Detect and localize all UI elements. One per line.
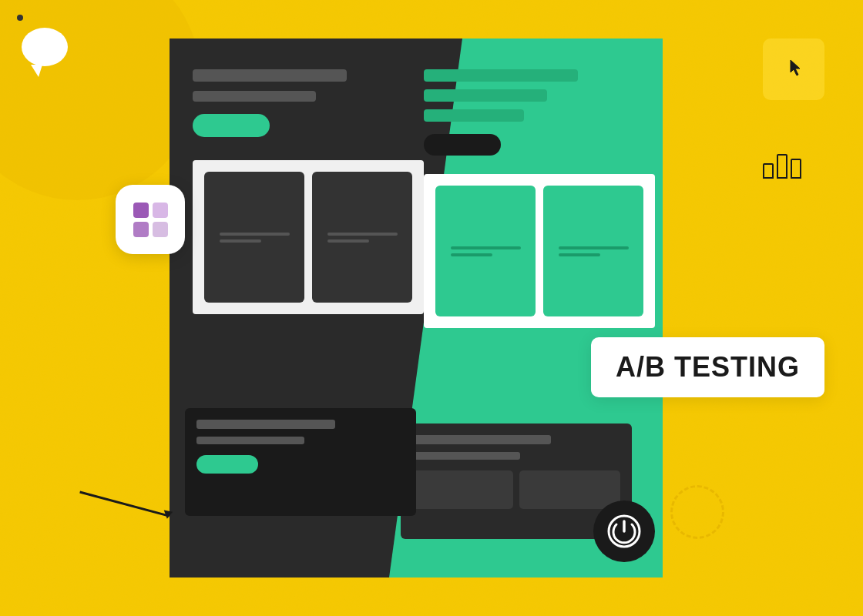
green-stripe-2 bbox=[424, 89, 547, 102]
card-grid-a bbox=[193, 160, 424, 314]
bar-chart-icon bbox=[763, 154, 801, 179]
card-a-1 bbox=[204, 172, 304, 303]
grid-cell-2 bbox=[519, 470, 620, 509]
header-bar-2 bbox=[193, 91, 316, 102]
bottom-block-a bbox=[170, 408, 432, 516]
card-lines-a1 bbox=[220, 233, 290, 243]
card-b-2 bbox=[543, 186, 643, 316]
card-line bbox=[451, 253, 493, 256]
green-stripe-1 bbox=[424, 69, 578, 82]
card-line bbox=[559, 253, 601, 256]
click-icon-container bbox=[763, 38, 824, 100]
green-stripe-3 bbox=[424, 109, 524, 122]
card-line bbox=[220, 239, 262, 243]
content-bar-1 bbox=[196, 420, 335, 429]
power-circle-icon bbox=[606, 514, 642, 549]
card-line bbox=[327, 239, 370, 243]
power-brand-icon bbox=[593, 500, 655, 562]
dark-oval-badge bbox=[424, 134, 501, 156]
content-bar-b-1 bbox=[412, 435, 551, 444]
card-grid-b bbox=[424, 174, 655, 328]
svg-rect-0 bbox=[133, 203, 149, 218]
cursor-click-icon bbox=[777, 52, 811, 86]
svg-rect-3 bbox=[153, 222, 168, 237]
card-lines-b2 bbox=[559, 246, 629, 256]
purple-app-icon bbox=[116, 185, 185, 254]
panel-a-content bbox=[170, 38, 432, 345]
chart-bar-3 bbox=[791, 159, 801, 179]
cta-button-a bbox=[193, 114, 270, 137]
card-line bbox=[559, 246, 629, 249]
speech-bubble-dot bbox=[17, 15, 23, 21]
ab-testing-label: A/B TESTING bbox=[591, 337, 824, 397]
card-a-2 bbox=[312, 172, 412, 303]
card-line bbox=[327, 233, 398, 236]
card-b-1 bbox=[435, 186, 536, 316]
card-line bbox=[220, 233, 290, 236]
card-lines-a2 bbox=[327, 233, 398, 243]
header-bar-1 bbox=[193, 69, 347, 82]
card-line bbox=[451, 246, 521, 249]
purple-blocks-icon bbox=[129, 199, 172, 241]
svg-rect-1 bbox=[133, 222, 149, 237]
small-cta-button bbox=[196, 455, 258, 474]
chart-bar-1 bbox=[763, 163, 774, 179]
bottom-grid bbox=[412, 470, 620, 509]
dashed-circle-decoration bbox=[670, 485, 724, 539]
dark-block-content bbox=[185, 408, 416, 516]
chart-bar-2 bbox=[777, 154, 787, 179]
main-artwork bbox=[170, 38, 663, 578]
speech-bubble-icon bbox=[22, 28, 68, 66]
svg-rect-2 bbox=[153, 203, 168, 218]
content-bar-2 bbox=[196, 437, 304, 444]
ab-testing-text: A/B TESTING bbox=[616, 351, 800, 383]
card-lines-b1 bbox=[451, 246, 521, 256]
